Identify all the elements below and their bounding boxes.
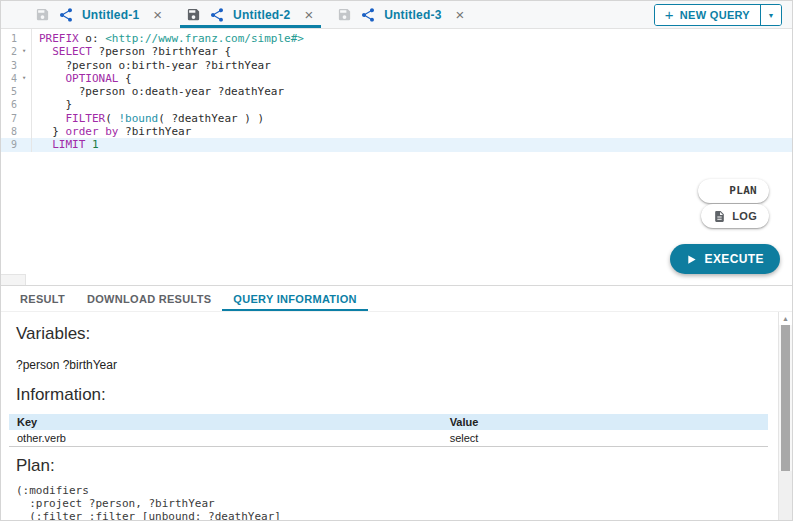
line-number: 9 bbox=[1, 138, 17, 151]
variables-heading: Variables: bbox=[16, 324, 768, 344]
share-icon bbox=[360, 7, 376, 23]
code-line-4[interactable]: 4▾ OPTIONAL { bbox=[1, 72, 792, 85]
tab-query-information[interactable]: QUERY INFORMATION bbox=[222, 286, 367, 311]
plan-grid-icon bbox=[710, 185, 723, 198]
code-token-pl: ?birthYear bbox=[118, 125, 191, 138]
code-token-pl: } bbox=[39, 98, 72, 111]
gutter-divider bbox=[31, 29, 32, 152]
editor-scroll-corner bbox=[1, 274, 26, 285]
line-number: 1 bbox=[1, 32, 17, 45]
code-token-kw: OPTIONAL bbox=[66, 72, 119, 85]
tab-download-results[interactable]: DOWNLOAD RESULTS bbox=[76, 286, 222, 311]
save-icon[interactable] bbox=[186, 7, 201, 22]
tab-result[interactable]: RESULT bbox=[9, 286, 76, 311]
code-token-pl bbox=[85, 138, 92, 151]
close-tab-icon[interactable]: × bbox=[151, 7, 164, 22]
code-token-pl: ?person ?birthYear { bbox=[92, 45, 231, 58]
code-text: } bbox=[31, 98, 72, 111]
close-tab-icon[interactable]: × bbox=[302, 7, 315, 22]
code-token-kw: FILTER bbox=[66, 112, 106, 125]
save-icon[interactable] bbox=[337, 7, 352, 22]
code-text: SELECT ?person ?birthYear { bbox=[31, 45, 231, 58]
fold-gutter-space bbox=[17, 98, 31, 111]
code-token-pl bbox=[39, 72, 66, 85]
results-tabbar: RESULTDOWNLOAD RESULTSQUERY INFORMATION bbox=[1, 286, 792, 312]
code-line-5[interactable]: 5 ?person o:death-year ?deathYear bbox=[1, 85, 792, 98]
scroll-up-arrow-icon[interactable]: ▲ bbox=[779, 312, 792, 325]
table-cell-key: other.verb bbox=[9, 430, 442, 447]
code-text: LIMIT 1 bbox=[31, 138, 99, 151]
query-tab-untitled-2[interactable]: Untitled-2× bbox=[180, 1, 321, 28]
code-token-pl: ?person o:death-year ?deathYear bbox=[39, 85, 284, 98]
play-icon bbox=[686, 254, 697, 265]
caret-down-icon: ▼ bbox=[768, 12, 775, 19]
code-line-8[interactable]: 8 } order by ?birthYear bbox=[1, 125, 792, 138]
query-tab-untitled-3[interactable]: Untitled-3× bbox=[331, 1, 472, 28]
code-token-kw: PREFIX bbox=[39, 32, 79, 45]
code-text: FILTER( !bound( ?deathYear ) ) bbox=[31, 112, 264, 125]
code-token-pl bbox=[39, 45, 52, 58]
query-tab-label: Untitled-2 bbox=[233, 8, 290, 22]
code-line-1[interactable]: 1PREFIX o: <http://www.franz.com/simple#… bbox=[1, 32, 792, 45]
code-token-kw: order by bbox=[66, 125, 119, 138]
code-token-url: <http://www.franz.com/simple#> bbox=[105, 32, 304, 45]
code-text: } order by ?birthYear bbox=[31, 125, 191, 138]
plan-button[interactable]: PLAN bbox=[698, 179, 769, 203]
code-token-pl: { bbox=[118, 72, 131, 85]
log-button-label: LOG bbox=[732, 210, 757, 222]
information-table: Key Value other.verbselect bbox=[9, 414, 768, 447]
share-icon bbox=[209, 7, 225, 23]
new-query-dropdown-button[interactable]: ▼ bbox=[760, 5, 781, 25]
fold-gutter-space bbox=[17, 112, 31, 125]
line-number: 8 bbox=[1, 125, 17, 138]
table-row: other.verbselect bbox=[9, 430, 768, 447]
code-token-kw: LIMIT bbox=[52, 138, 85, 151]
query-tab-label: Untitled-3 bbox=[384, 8, 441, 22]
query-tab-untitled-1[interactable]: Untitled-1× bbox=[29, 1, 170, 28]
code-line-7[interactable]: 7 FILTER( !bound( ?deathYear ) ) bbox=[1, 112, 792, 125]
table-header-value: Value bbox=[442, 414, 768, 430]
execute-button-label: EXECUTE bbox=[705, 252, 764, 266]
code-token-pl: ( bbox=[105, 112, 118, 125]
fold-gutter-space bbox=[17, 32, 31, 45]
code-token-pl: o: bbox=[79, 32, 106, 45]
new-query-split-button: + NEW QUERY ▼ bbox=[654, 4, 782, 26]
code-lines: 1PREFIX o: <http://www.franz.com/simple#… bbox=[1, 29, 792, 152]
close-tab-icon[interactable]: × bbox=[454, 7, 467, 22]
code-line-9[interactable]: 9 LIMIT 1 bbox=[1, 138, 792, 151]
code-line-3[interactable]: 3 ?person o:birth-year ?birthYear bbox=[1, 59, 792, 72]
information-heading: Information: bbox=[16, 385, 768, 405]
log-button[interactable]: LOG bbox=[701, 204, 769, 228]
sparql-query-editor-window: Untitled-1×Untitled-2×Untitled-3× + NEW … bbox=[0, 0, 793, 521]
code-line-2[interactable]: 2▾ SELECT ?person ?birthYear { bbox=[1, 45, 792, 58]
line-number: 6 bbox=[1, 98, 17, 111]
scrollbar-track[interactable] bbox=[779, 471, 792, 520]
line-number: 4 bbox=[1, 72, 17, 85]
code-editor[interactable]: 1PREFIX o: <http://www.franz.com/simple#… bbox=[1, 29, 792, 285]
fold-gutter-space bbox=[17, 59, 31, 72]
new-query-button[interactable]: + NEW QUERY bbox=[655, 5, 760, 25]
fold-gutter-space bbox=[17, 138, 31, 151]
line-number: 5 bbox=[1, 85, 17, 98]
query-tabbar: Untitled-1×Untitled-2×Untitled-3× + NEW … bbox=[1, 1, 792, 29]
save-icon[interactable] bbox=[35, 7, 50, 22]
plan-heading: Plan: bbox=[16, 456, 768, 476]
scrollbar-thumb[interactable] bbox=[781, 325, 790, 471]
vertical-scrollbar[interactable]: ▲ bbox=[778, 312, 792, 520]
fold-gutter-space bbox=[17, 85, 31, 98]
plan-text: (:modifiers :project ?person, ?birthYear… bbox=[16, 484, 768, 520]
code-token-pl: ( ?deathYear ) ) bbox=[158, 112, 264, 125]
fold-arrow-icon[interactable]: ▾ bbox=[17, 72, 31, 85]
query-information-content: Variables: ?person ?birthYear Informatio… bbox=[1, 312, 792, 520]
fold-gutter-space bbox=[17, 125, 31, 138]
table-header-key: Key bbox=[9, 414, 442, 430]
code-line-6[interactable]: 6 } bbox=[1, 98, 792, 111]
code-token-pl bbox=[39, 112, 66, 125]
fold-arrow-icon[interactable]: ▾ bbox=[17, 45, 31, 58]
code-text: PREFIX o: <http://www.franz.com/simple#> bbox=[31, 32, 304, 45]
query-tabs: Untitled-1×Untitled-2×Untitled-3× bbox=[1, 1, 482, 28]
code-token-pl: } bbox=[39, 125, 66, 138]
plus-icon: + bbox=[665, 6, 674, 23]
execute-button[interactable]: EXECUTE bbox=[670, 244, 780, 274]
code-text: ?person o:birth-year ?birthYear bbox=[31, 59, 271, 72]
